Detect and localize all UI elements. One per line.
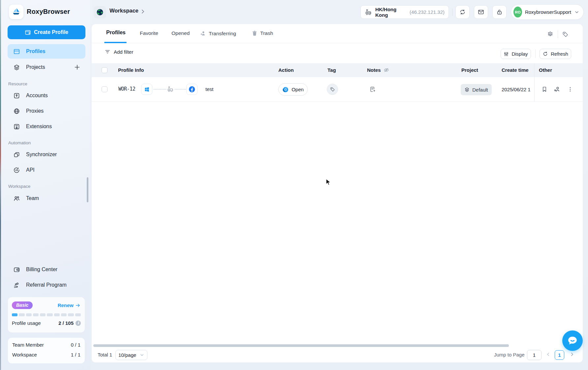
renew-label: Renew [58,302,74,308]
workspace-quota-value: 1 / 1 [71,352,80,357]
tab-label: Transferring [209,31,236,37]
horizontal-scrollbar[interactable] [93,344,509,347]
sync-icon [459,9,466,15]
profile-usage-label: Profile usage [12,320,41,326]
os-chip [141,84,152,95]
row-proxy-icon [167,86,174,93]
lock-button[interactable] [492,5,507,19]
sticky-column-divider [534,63,535,102]
tab-favorite[interactable]: Favorite [140,30,158,36]
tag-chip-button[interactable] [327,84,338,95]
row-checkbox[interactable] [102,86,108,92]
messages-button[interactable] [474,5,488,19]
bookmark-icon[interactable] [541,86,548,93]
refresh-icon [542,51,548,57]
refresh-button[interactable]: Refresh [540,49,571,59]
sliders-icon [504,51,509,57]
mail-icon [478,9,484,15]
sidebar-item-team[interactable]: Team [8,191,85,206]
create-profile-label: Create Profile [34,29,68,35]
select-all-checkbox[interactable] [102,67,108,73]
tab-trash[interactable]: Trash [252,30,273,36]
workspace-selector-icon-box[interactable] [94,6,106,18]
sidebar-item-synchronizer[interactable]: Synchronizer [8,147,85,162]
jump-to-page-input[interactable] [527,350,542,360]
tabs-row: Profiles Favorite Opened Transferring Tr… [92,24,583,43]
sync-proxy-button[interactable] [455,5,470,19]
tab-profiles[interactable]: Profiles [106,30,126,36]
col-create-time: Create time [502,67,529,73]
total-count: Total 1 [98,352,112,357]
tab-opened[interactable]: Opened [171,30,190,36]
user-menu[interactable]: RO RoxybrowserSupport [511,4,584,20]
page-size-select[interactable]: 10/page [115,350,147,360]
wallet-icon [13,266,20,273]
notes-visibility-icon[interactable] [383,67,389,73]
plan-card: Basic Renew Profile usage 2 / 105 i [8,297,85,332]
add-note-icon[interactable] [369,86,376,93]
info-icon[interactable]: i [76,321,81,326]
sidebar-scrollbar[interactable] [87,177,88,202]
prev-page-icon[interactable] [545,352,551,357]
sidebar-item-proxies[interactable]: Proxies [8,104,85,118]
settings-gear-icon[interactable] [547,31,554,38]
toolbar: Add filter Display Refresh [92,43,583,63]
sidebar-item-label: Profiles [26,48,46,54]
proxy-location-chip[interactable]: HK/Hong Kong (46.232.121.32) [360,5,449,19]
sidebar-item-label: Extensions [26,124,52,129]
tab-transferring[interactable]: Transferring [200,30,236,37]
sidebar-item-referral-program[interactable]: Referral Program [8,278,85,292]
profile-seq: WOR-12 [118,86,135,92]
row-more-icon[interactable] [567,86,573,92]
sidebar-item-profiles[interactable]: Profiles [8,44,85,59]
proxy-location: HK/Hong Kong [375,7,408,18]
add-filter-button[interactable]: Add filter [105,49,133,55]
table-row: WOR-12 test Open Default [92,77,583,102]
icons-divider [558,30,558,38]
filter-icon [105,49,110,55]
sidebar-item-label: Accounts [26,93,48,99]
window-plus-icon [25,29,31,36]
display-button[interactable]: Display [501,49,531,59]
project-label: Default [472,87,488,93]
col-project: Project [461,67,478,73]
usage-progress-bar [12,313,81,316]
sidebar-item-label: Projects [26,64,45,70]
support-chat-button[interactable] [562,330,583,351]
section-workspace: Workspace [8,184,30,189]
sidebar-item-label: Synchronizer [26,152,57,157]
topbar-divider [452,9,452,16]
profile-usage-value: 2 / 105 [58,320,74,326]
active-tab-underline [104,42,127,43]
profiles-icon [13,48,20,55]
sidebar-item-api[interactable]: API [8,163,85,177]
open-profile-button[interactable]: Open [278,83,308,96]
transfer-user-icon [200,30,206,37]
sidebar-item-label: API [26,167,35,173]
open-label: Open [292,87,304,92]
sidebar-item-projects[interactable]: Projects [8,60,85,74]
page-1-button[interactable]: 1 [555,350,564,360]
transfer-profile-icon[interactable] [553,86,561,93]
add-project-icon[interactable] [74,64,81,71]
project-default-button[interactable]: Default [461,84,492,95]
create-profile-button[interactable]: Create Profile [8,25,85,39]
chrome-icon [282,86,289,93]
arrow-right-icon [75,303,80,308]
pagination-bar: Total 1 10/page Jump to Page 1 [92,347,583,362]
renew-link[interactable]: Renew [58,302,80,308]
proxy-ip: (46.232.121.32) [410,9,445,15]
workspace-selector-label[interactable]: Workspace [109,8,139,14]
toolbar-divider [535,49,536,58]
sidebar-item-label: Proxies [26,108,44,114]
sidebar-item-extensions[interactable]: Extensions [8,119,85,134]
router-icon [365,9,372,16]
sidebar-item-accounts[interactable]: Accounts [8,88,85,103]
tag-manager-icon[interactable] [562,31,569,38]
projects-icon [13,64,20,71]
section-resource: Resource [8,81,27,86]
chat-bubble-icon [567,335,578,347]
sidebar-item-billing-center[interactable]: Billing Center [8,262,85,277]
tab-label: Opened [171,30,190,36]
next-page-icon[interactable] [569,352,575,357]
